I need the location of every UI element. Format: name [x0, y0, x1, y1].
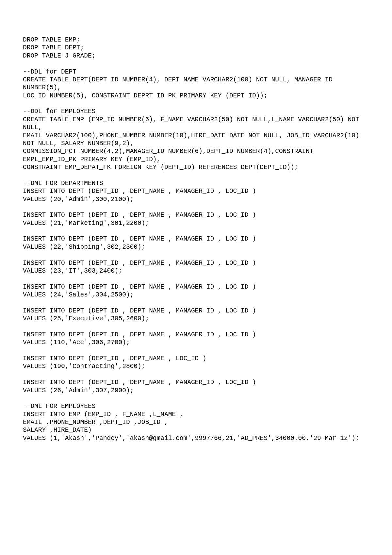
sql-script-document: DROP TABLE EMP; DROP TABLE DEPT; DROP TA…	[0, 0, 392, 555]
